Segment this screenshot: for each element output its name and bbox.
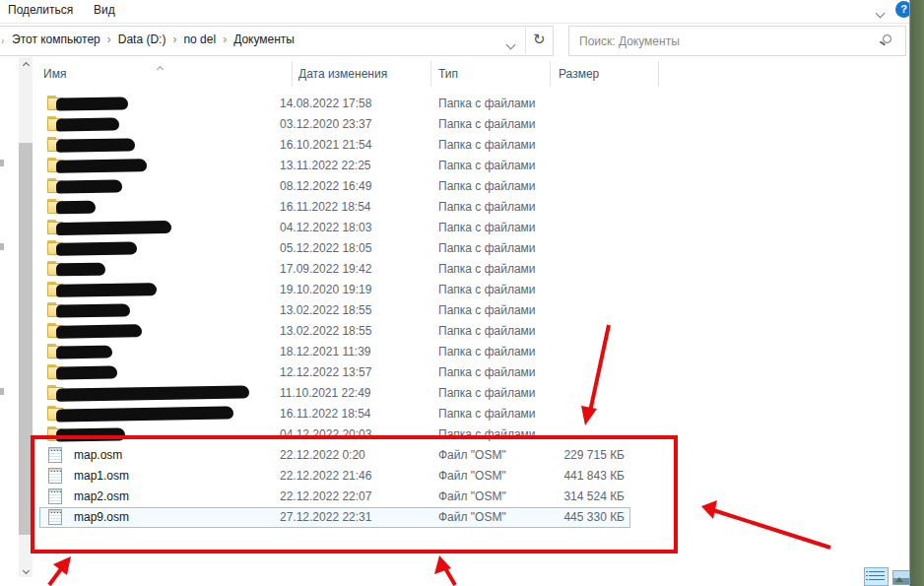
file-row[interactable]: map9.osm27.12.2022 22:31Файл "OSM"445 33…	[0, 507, 924, 528]
folder-row[interactable]: 18.12.2021 11:39Папка с файлами	[0, 342, 924, 362]
folder-row[interactable]: 05.12.2022 18:05Папка с файлами	[0, 238, 924, 259]
redaction-scribble	[56, 346, 112, 359]
tab-view[interactable]: Вид	[94, 3, 115, 17]
folder-row[interactable]: 04.12.2022 20:03Папка с файлами	[0, 424, 924, 445]
date-modified: 16.11.2022 18:54	[280, 200, 371, 214]
tab-share[interactable]: Поделиться	[8, 3, 73, 17]
date-modified: 14.08.2022 17:58	[280, 97, 371, 110]
folder-row[interactable]: 14.08.2022 17:58Папка с файлами	[0, 94, 924, 114]
ribbon-collapse-button[interactable]	[877, 6, 884, 20]
details-view-button[interactable]	[864, 567, 889, 586]
redaction-scribble	[56, 385, 249, 401]
redaction-scribble	[56, 97, 128, 110]
redaction-scribble	[56, 427, 125, 441]
chevron-down-icon	[506, 40, 516, 50]
file-row[interactable]: map1.osm22.12.2022 21:46Файл "OSM"441 84…	[0, 466, 924, 487]
file-row[interactable]: map.osm22.12.2022 0:20Файл "OSM"229 715 …	[0, 445, 924, 466]
folder-row[interactable]: 13.02.2022 18:55Папка с файлами	[0, 300, 924, 321]
divider	[525, 28, 526, 54]
item-type: Папка с файлами	[438, 97, 536, 110]
item-type: Файл "OSM"	[438, 510, 506, 524]
folder-row[interactable]: 12.12.2022 13:57Папка с файлами	[0, 362, 924, 383]
desktop-background-strip	[910, 0, 924, 586]
item-type: Папка с файлами	[438, 324, 536, 338]
date-modified: 13.02.2022 18:55	[280, 303, 371, 317]
column-divider[interactable]	[658, 61, 659, 87]
folder-row[interactable]: 16.10.2021 21:54Папка с файлами	[0, 135, 924, 156]
file-row[interactable]: map2.osm22.12.2022 22:07Файл "OSM"314 52…	[0, 487, 924, 507]
date-modified: 03.12.2020 23:37	[280, 117, 371, 131]
search-box	[568, 26, 906, 56]
column-divider[interactable]	[292, 61, 293, 87]
folder-row[interactable]: Adobe03.12.2020 23:37Папка с файлами	[0, 114, 924, 135]
date-modified: 19.10.2020 19:19	[280, 283, 371, 296]
red-arrow-bottom-mid	[445, 568, 455, 585]
clipped-breadcrumb-chevron: ›	[1, 35, 4, 46]
item-type: Папка с файлами	[438, 200, 536, 214]
item-type: Папка с файлами	[438, 386, 536, 400]
redaction-scribble	[56, 406, 233, 422]
breadcrumb-documents[interactable]: Документы	[233, 33, 295, 46]
date-modified: 08.12.2022 16:49	[280, 179, 371, 193]
date-modified: 22.12.2022 0:20	[280, 448, 365, 462]
item-type: Папка с файлами	[438, 117, 536, 131]
file-name: map1.osm	[74, 469, 129, 483]
osm-file-icon	[48, 468, 62, 484]
redaction-scribble	[56, 221, 171, 235]
column-divider[interactable]	[430, 61, 431, 87]
breadcrumb-drive-d[interactable]: Data (D:)	[118, 33, 166, 46]
search-icon[interactable]	[883, 34, 891, 43]
column-header-date[interactable]: Дата изменения	[298, 67, 387, 81]
details-view-icon	[869, 571, 885, 582]
date-modified: 04.12.2022 18:03	[280, 221, 371, 234]
folder-row[interactable]: 16.11.2022 18:54Папка с файлами	[0, 197, 924, 218]
item-type: Файл "OSM"	[438, 489, 506, 503]
date-modified: 11.10.2021 22:49	[280, 386, 371, 400]
folder-row[interactable]: 19.10.2020 19:19Папка с файлами	[0, 280, 924, 300]
date-modified: 04.12.2022 20:03	[280, 427, 371, 441]
refresh-button[interactable]: ↻	[533, 31, 546, 48]
address-dropdown-button[interactable]	[507, 37, 514, 51]
redaction-scribble	[56, 138, 135, 152]
folder-row[interactable]: 16.11.2022 18:54Папка с файлами	[0, 404, 924, 424]
folder-row[interactable]: 11.10.2021 22:49Папка с файлами	[0, 383, 924, 404]
folder-row[interactable]: 17.09.2022 19:42Папка с файлами	[0, 259, 924, 280]
osm-file-icon	[48, 488, 62, 504]
column-header-size[interactable]: Размер	[559, 67, 599, 81]
item-type: Папка с файлами	[438, 138, 536, 152]
chevron-down-icon	[876, 9, 886, 19]
date-modified: 27.12.2022 22:31	[280, 510, 371, 524]
folder-row[interactable]: 13.02.2022 18:55Папка с файлами	[0, 321, 924, 342]
item-type: Папка с файлами	[438, 407, 536, 421]
breadcrumb-no-del[interactable]: no del	[183, 33, 216, 46]
item-type: Папка с файлами	[438, 345, 536, 358]
search-input[interactable]	[579, 28, 875, 54]
date-modified: 22.12.2022 21:46	[280, 469, 371, 483]
red-arrowhead	[53, 556, 71, 575]
redaction-scribble	[56, 117, 119, 131]
folder-row[interactable]: 08.12.2022 16:49Папка с файлами	[0, 176, 924, 197]
item-type: Папка с файлами	[438, 303, 536, 317]
column-header-name[interactable]: Имя	[43, 67, 66, 81]
redaction-scribble	[56, 241, 137, 255]
date-modified: 13.02.2022 18:55	[280, 324, 371, 338]
item-type: Папка с файлами	[438, 159, 536, 172]
breadcrumb-this-pc[interactable]: Этот компьютер	[12, 33, 100, 46]
file-name: map2.osm	[74, 489, 129, 503]
red-arrow-bottom-left	[49, 566, 63, 585]
column-divider[interactable]	[550, 61, 551, 87]
column-header-type[interactable]: Тип	[438, 67, 458, 81]
file-size: 445 330 КБ	[563, 510, 625, 524]
item-type: Папка с файлами	[438, 262, 536, 276]
folder-row[interactable]: 04.12.2022 18:03Папка с файлами	[0, 218, 924, 238]
scrollbar-up-button[interactable]	[19, 57, 33, 72]
file-size: 441 843 КБ	[563, 469, 625, 483]
scrollbar-down-button[interactable]	[19, 562, 33, 577]
item-type: Папка с файлами	[438, 221, 536, 234]
chevron-right-icon: ›	[172, 33, 176, 46]
item-type: Файл "OSM"	[438, 469, 506, 483]
folder-row[interactable]: 13.11.2022 22:25Папка с файлами	[0, 156, 924, 176]
osm-file-icon	[48, 509, 62, 525]
date-modified: 16.11.2022 18:54	[280, 407, 371, 421]
date-modified: 05.12.2022 18:05	[280, 241, 371, 255]
